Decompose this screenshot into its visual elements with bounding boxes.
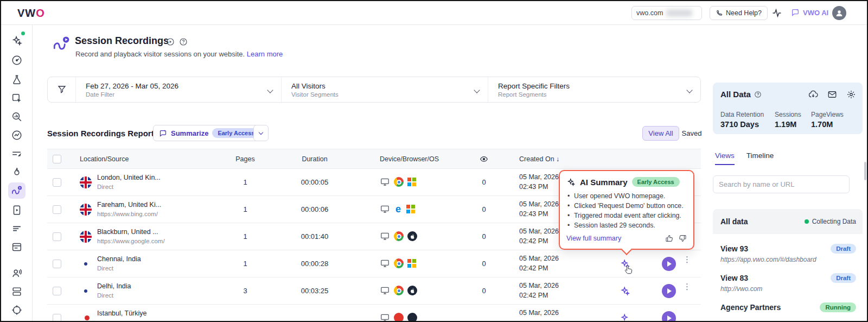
sidebar-item-notes[interactable]	[8, 220, 25, 237]
table-row[interactable]: Chennai, India Direct 1 00:00:28 0 05 Ma…	[47, 250, 701, 277]
ai-summary-sparkle-button[interactable]	[620, 313, 630, 322]
sidebar-item-insights-search[interactable]	[8, 109, 25, 125]
email-icon[interactable]	[827, 90, 837, 99]
notification-dot	[21, 31, 25, 35]
funnel-icon	[57, 85, 67, 94]
visitor-segments-dropdown[interactable]: All Visitors Visitor Segments	[282, 77, 488, 102]
play-recording-button[interactable]	[662, 257, 676, 271]
row-date: 05 Mar, 2026	[519, 173, 559, 181]
scrollbar[interactable]	[864, 162, 866, 180]
sidebar-item-testing[interactable]	[8, 72, 25, 88]
report-title: Session Recordings Report	[47, 129, 154, 138]
chrome-icon	[394, 286, 404, 295]
sidebar-item-personalize[interactable]	[8, 90, 25, 106]
views-search-input[interactable]	[713, 175, 850, 193]
visitor-segments-value: All Visitors	[291, 82, 478, 90]
account-selector[interactable]: vwo.com	[631, 6, 702, 20]
view-item-all-data[interactable]: All data Collecting Data	[713, 209, 863, 234]
row-location: London, United Kin...	[97, 174, 161, 181]
sidebar-item-session-recordings[interactable]	[8, 182, 25, 199]
table-row[interactable]: Istanbul, Türkiye 05 Mar, 2026	[47, 305, 701, 322]
activity-pulse-icon[interactable]	[771, 8, 782, 18]
sidebar-item-form-analytics[interactable]	[8, 202, 25, 218]
download-cloud-icon[interactable]	[808, 90, 818, 99]
need-help-label: Need Help?	[726, 9, 762, 17]
view-item[interactable]: View 83 Draft http://vwo.com	[713, 271, 863, 300]
sidebar-item-dashboard[interactable]	[8, 52, 25, 68]
thumbs-down-icon[interactable]	[678, 234, 687, 243]
logo-vw: VW	[17, 7, 36, 19]
row-location: Istanbul, Türkiye	[97, 310, 146, 317]
row-checkbox[interactable]	[53, 205, 61, 214]
play-recording-button[interactable]	[662, 284, 676, 298]
sidebar-item-web-overview[interactable]	[8, 239, 25, 255]
help-icon[interactable]	[179, 37, 188, 46]
view-all-button[interactable]: View All	[642, 126, 679, 141]
visitor-segments-label: Visitor Segments	[291, 91, 478, 98]
user-avatar[interactable]	[832, 6, 846, 20]
view-item[interactable]: View 93 Draft https://app.vwo.com/#/dash…	[713, 242, 863, 271]
row-checkbox[interactable]	[53, 287, 61, 295]
help-icon[interactable]	[754, 91, 762, 98]
sidebar-item-funnels[interactable]	[8, 146, 25, 162]
need-help-button[interactable]: Need Help?	[710, 6, 768, 20]
row-location: Blackburn, United ...	[97, 228, 158, 236]
row-checkbox[interactable]	[53, 178, 61, 187]
stat-value: 1.70M	[811, 120, 844, 129]
browser-icon	[394, 313, 404, 322]
row-checkbox[interactable]	[53, 232, 61, 241]
play-recording-button[interactable]	[662, 311, 676, 322]
select-all-checkbox[interactable]	[53, 155, 61, 163]
logo-o: O	[36, 7, 45, 19]
thumbs-up-icon[interactable]	[665, 234, 674, 243]
report-segments-label: Report Segments	[498, 91, 691, 98]
row-pages: 1	[232, 260, 259, 268]
sidebar-item-data-platform[interactable]	[8, 283, 25, 300]
row-location: Chennai, India	[97, 255, 141, 263]
summarize-label: Summarize	[171, 129, 208, 137]
tab-views[interactable]: Views	[715, 151, 735, 165]
saved-button[interactable]: Saved	[679, 126, 704, 141]
row-pages: 1	[232, 232, 259, 241]
view-name: Agency Partners	[720, 303, 781, 312]
status-dot-icon	[805, 219, 809, 224]
date-filter-dropdown[interactable]: Feb 27, 2026 - Mar 05, 2026 Date Filter	[76, 77, 281, 102]
row-source: Direct	[97, 184, 113, 190]
page-title: Session Recordings	[75, 35, 169, 47]
row-date: 05 Mar, 2026	[519, 282, 559, 289]
row-menu-button[interactable]: ⋮	[683, 257, 688, 262]
row-checkbox[interactable]	[53, 260, 61, 268]
table-row[interactable]: Delhi, India Direct 3 00:03:25 0 05 Mar,…	[47, 277, 701, 305]
app-window: VWO vwo.com Need Help? VWO AI	[0, 0, 868, 322]
sidebar-item-customer-voice[interactable]	[8, 265, 25, 281]
ai-bullet: Session lasted 29 seconds.	[566, 220, 687, 230]
ai-summary-sparkle-button[interactable]	[620, 286, 630, 296]
row-checkbox[interactable]	[53, 314, 61, 322]
chevron-down-icon	[259, 130, 263, 134]
play-video-icon[interactable]	[166, 37, 175, 46]
view-full-summary-link[interactable]: View full summary	[566, 235, 621, 242]
sidebar-item-goals[interactable]	[8, 127, 25, 143]
sidebar-item-ai-copilot[interactable]	[8, 33, 25, 49]
report-segments-dropdown[interactable]: Report Specific Filters Report Segments	[488, 77, 700, 102]
early-access-badge: Early Access	[632, 177, 680, 187]
ai-summary-title: AI Summary	[580, 178, 628, 187]
redacted-account-id	[666, 10, 692, 16]
summarize-button[interactable]: Summarize Early Access	[153, 125, 266, 141]
vwo-ai-button[interactable]: VWO AI	[791, 8, 828, 17]
sidebar-item-heatmaps[interactable]	[8, 164, 25, 180]
learn-more-link[interactable]: Learn more	[247, 50, 283, 58]
view-item[interactable]: Agency Partners Running	[713, 300, 863, 322]
vwo-logo[interactable]: VWO	[17, 7, 45, 20]
summarize-dropdown-button[interactable]	[253, 125, 269, 141]
tab-timeline[interactable]: Timeline	[746, 151, 774, 165]
filter-funnel[interactable]	[48, 77, 76, 102]
date-filter-value: Feb 27, 2026 - Mar 05, 2026	[86, 82, 271, 90]
sidebar-item-configuration[interactable]	[8, 302, 25, 318]
gauge-icon	[11, 54, 23, 66]
col-created-on[interactable]: Created On ↓	[519, 155, 559, 163]
gear-icon[interactable]	[846, 90, 856, 99]
views-timeline-tabs: Views Timeline	[715, 151, 774, 165]
flame-icon	[11, 166, 23, 178]
row-menu-button[interactable]: ⋮	[683, 285, 688, 289]
